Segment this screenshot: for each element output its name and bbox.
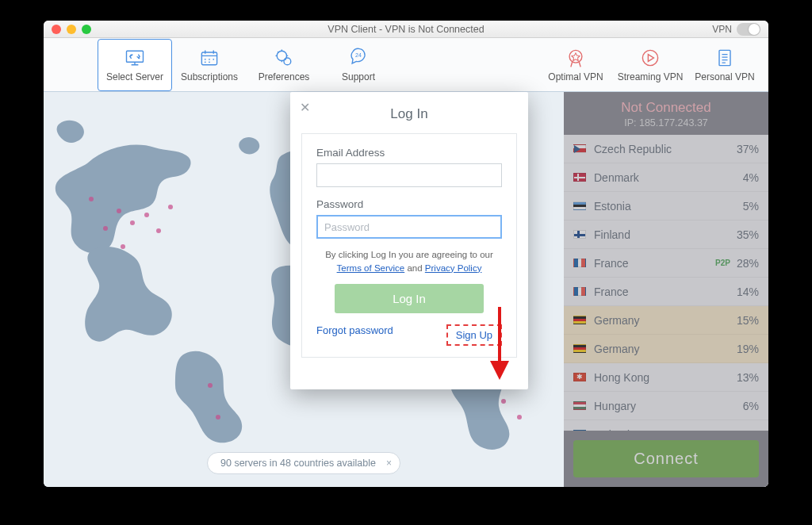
close-icon[interactable]: ×: [386, 458, 392, 469]
privacy-policy-link[interactable]: Privacy Policy: [425, 263, 482, 273]
modal-body: Email Address Password By clicking Log I…: [301, 133, 517, 358]
svg-point-35: [517, 415, 522, 420]
svg-point-14: [130, 220, 135, 225]
gear-icon: [273, 47, 295, 69]
login-button[interactable]: Log In: [335, 284, 483, 313]
email-label: Email Address: [316, 147, 502, 159]
app-window: VPN Client - VPN is Not Connected VPN Se…: [44, 21, 768, 487]
vpn-toggle[interactable]: [737, 23, 760, 36]
content: 90 servers in 48 countries available × N…: [44, 92, 768, 487]
svg-point-34: [501, 399, 506, 404]
svg-point-18: [156, 228, 161, 233]
svg-point-21: [208, 383, 213, 388]
svg-point-11: [642, 50, 657, 65]
svg-point-17: [89, 197, 94, 201]
password-input[interactable]: [316, 215, 502, 239]
titlebar: VPN Client - VPN is Not Connected VPN: [44, 21, 768, 38]
support-icon: 24: [347, 47, 370, 69]
tab-label: Support: [342, 71, 375, 82]
tab-label: Preferences: [259, 71, 310, 82]
vpn-toggle-wrap: VPN: [712, 23, 760, 36]
tab-preferences[interactable]: Preferences: [247, 39, 321, 91]
signup-link[interactable]: Sign Up: [456, 329, 492, 341]
svg-point-15: [144, 213, 149, 217]
tab-personal-vpn[interactable]: Personal VPN: [688, 39, 762, 91]
svg-text:24: 24: [355, 52, 362, 58]
terms-text: By clicking Log In you are agreeing to o…: [316, 248, 502, 274]
terms-of-service-link[interactable]: Terms of Service: [337, 263, 405, 273]
document-icon: [714, 47, 736, 69]
tab-subscriptions[interactable]: Subscriptions: [172, 39, 247, 91]
svg-point-5: [205, 61, 206, 63]
tab-label: Optimal VPN: [548, 71, 603, 82]
tab-label: Streaming VPN: [618, 71, 684, 82]
tab-select-server[interactable]: Select Server: [98, 39, 172, 91]
svg-point-20: [121, 244, 125, 249]
tab-label: Subscriptions: [181, 71, 238, 82]
svg-point-19: [168, 205, 173, 209]
server-count-text: 90 servers in 48 countries available: [220, 458, 376, 469]
sidebar-disabled-overlay: [564, 92, 768, 487]
window-title: VPN Client - VPN is Not Connected: [44, 24, 768, 35]
monitor-icon: [124, 47, 146, 69]
svg-point-2: [205, 59, 206, 60]
svg-point-3: [209, 59, 210, 60]
modal-title: Log In: [301, 106, 517, 122]
tab-label: Select Server: [106, 71, 163, 82]
tab-label: Personal VPN: [695, 71, 754, 82]
tab-support[interactable]: 24 Support: [321, 39, 396, 91]
calendar-icon: [198, 47, 220, 69]
password-label: Password: [316, 198, 502, 210]
minimize-window-button[interactable]: [67, 25, 76, 34]
svg-point-6: [209, 61, 210, 63]
forgot-password-link[interactable]: Forgot password: [316, 324, 393, 346]
play-icon: [639, 47, 661, 69]
sidebar: Not Connected IP: 185.177.243.37 Czech R…: [564, 92, 768, 487]
svg-point-4: [213, 59, 214, 60]
star-badge-icon: [565, 47, 587, 69]
vpn-label: VPN: [712, 24, 732, 35]
tab-streaming-vpn[interactable]: Streaming VPN: [613, 39, 688, 91]
signup-highlight: Sign Up: [446, 324, 502, 346]
svg-point-8: [284, 58, 291, 65]
window-controls: [44, 25, 91, 34]
maximize-window-button[interactable]: [82, 25, 91, 34]
modal-close-button[interactable]: ✕: [300, 100, 310, 115]
email-input[interactable]: [316, 163, 502, 187]
tab-optimal-vpn[interactable]: Optimal VPN: [538, 39, 613, 91]
close-window-button[interactable]: [52, 25, 61, 34]
svg-point-16: [103, 226, 108, 231]
login-modal: ✕ Log In Email Address Password By click…: [290, 92, 528, 389]
svg-point-22: [216, 415, 220, 420]
svg-point-13: [117, 209, 121, 213]
server-count-pill[interactable]: 90 servers in 48 countries available ×: [207, 452, 400, 474]
toolbar: Select Server Subscriptions Preferences …: [44, 38, 768, 92]
svg-rect-0: [127, 51, 144, 62]
